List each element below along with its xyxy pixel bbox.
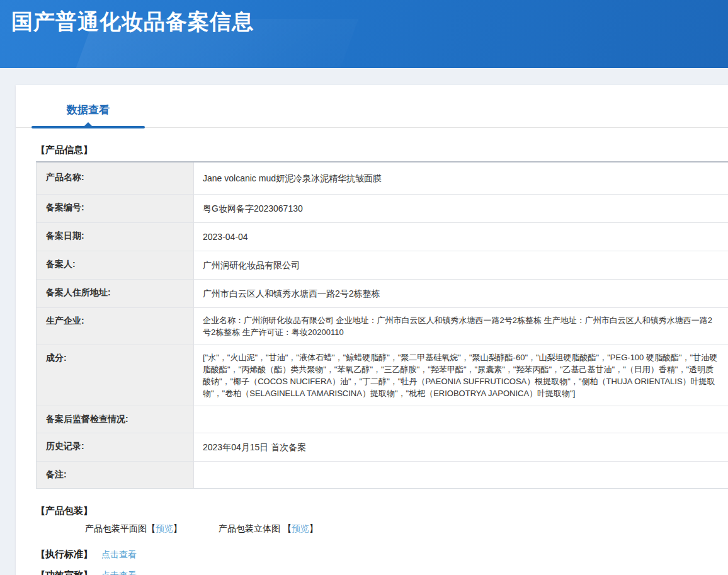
row-label: 备案人:: [37, 251, 194, 279]
table-row-registration-date: 备案日期: 2023-04-04: [37, 222, 728, 251]
packaging-flat-image-item: 产品包装平面图【预览】: [85, 523, 182, 535]
standards-view-link[interactable]: 点击查看: [101, 549, 137, 561]
packaging-3d-image-preview-link[interactable]: 预览: [292, 523, 309, 533]
packaging-flat-image-label: 产品包装平面图: [85, 523, 147, 533]
row-label: 备案人住所地址:: [37, 279, 194, 307]
tab-active-arrow-icon: [84, 122, 93, 127]
claims-row: 【功效宣称】 点击查看: [36, 569, 728, 575]
tab-data-view[interactable]: 数据查看: [31, 103, 145, 127]
packaging-3d-image-label: 产品包装立体图: [219, 523, 283, 533]
content-card: 数据查看 【产品信息】 产品名称: Jane volcanic mud妍泥冷泉冰…: [16, 85, 728, 575]
bracket-close: 】: [309, 523, 318, 533]
packaging-flat-image-preview-link[interactable]: 预览: [156, 523, 173, 533]
table-row-ingredients: 成分: ["水"，"火山泥"，"甘油"，"液体石蜡"，"鲸蜡硬脂醇"，"聚二甲基…: [37, 344, 728, 406]
table-row-supervision-check: 备案后监督检查情况:: [37, 406, 728, 433]
row-label: 历史记录:: [37, 433, 194, 461]
row-label: 备案编号:: [37, 194, 194, 222]
tab-data-view-label: 数据查看: [67, 104, 110, 116]
row-label: 成分:: [37, 344, 194, 406]
tab-bar: 数据查看: [16, 85, 728, 128]
table-row-registrant: 备案人: 广州润研化妆品有限公司: [37, 251, 728, 279]
table-row-product-name: 产品名称: Jane volcanic mud妍泥冷泉冰泥精华抗皱面膜: [37, 162, 728, 194]
product-info-table: 产品名称: Jane volcanic mud妍泥冷泉冰泥精华抗皱面膜 备案编号…: [36, 161, 728, 489]
claims-label: 【功效宣称】: [36, 569, 93, 575]
row-value: 2023年04月15日 首次备案: [194, 433, 728, 461]
bracket-open: 【: [283, 523, 292, 533]
table-row-remarks: 备注:: [37, 461, 728, 488]
standards-row: 【执行标准】 点击查看: [36, 549, 728, 561]
packaging-3d-image-item: 产品包装立体图 【预览】: [219, 523, 318, 535]
row-value: [194, 406, 728, 433]
page-title: 国产普通化妆品备案信息: [0, 0, 728, 37]
row-value: Jane volcanic mud妍泥冷泉冰泥精华抗皱面膜: [194, 162, 728, 194]
row-label: 备案日期:: [37, 222, 194, 251]
table-row-manufacturer: 生产企业: 企业名称：广州润研化妆品有限公司 企业地址：广州市白云区人和镇秀水塘…: [37, 307, 728, 344]
row-value: 广州润研化妆品有限公司: [194, 251, 728, 279]
row-value: [194, 461, 728, 488]
bracket-open: 【: [147, 523, 156, 533]
packaging-links-row: 产品包装平面图【预览】 产品包装立体图 【预览】: [85, 523, 728, 535]
table-row-history: 历史记录: 2023年04月15日 首次备案: [37, 433, 728, 461]
table-row-registration-number: 备案编号: 粤G妆网备字2023067130: [37, 194, 728, 222]
bracket-close: 】: [173, 523, 182, 533]
claims-view-link[interactable]: 点击查看: [101, 570, 137, 575]
row-value: 广州市白云区人和镇秀水塘西一路2号2栋整栋: [194, 279, 728, 307]
standards-label: 【执行标准】: [36, 549, 93, 561]
row-value: ["水"，"火山泥"，"甘油"，"液体石蜡"，"鲸蜡硬脂醇"，"聚二甲基硅氧烷"…: [194, 344, 728, 406]
table-row-registrant-address: 备案人住所地址: 广州市白云区人和镇秀水塘西一路2号2栋整栋: [37, 279, 728, 307]
row-value: 2023-04-04: [194, 222, 728, 251]
row-label: 产品名称:: [37, 162, 194, 194]
page-banner: 国产普通化妆品备案信息: [0, 0, 728, 68]
row-value: 企业名称：广州润研化妆品有限公司 企业地址：广州市白云区人和镇秀水塘西一路2号2…: [194, 307, 728, 344]
packaging-section-title: 【产品包装】: [36, 505, 728, 517]
row-label: 备案后监督检查情况:: [37, 406, 194, 433]
row-label: 备注:: [37, 461, 194, 488]
product-info-section-title: 【产品信息】: [36, 144, 728, 156]
row-label: 生产企业:: [37, 307, 194, 344]
row-value: 粤G妆网备字2023067130: [194, 194, 728, 222]
